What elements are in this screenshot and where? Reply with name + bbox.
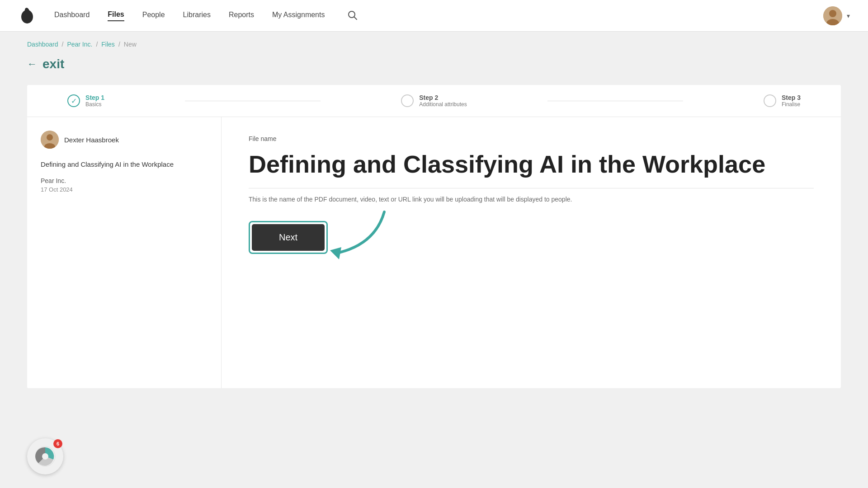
breadcrumb-files[interactable]: Files bbox=[101, 41, 115, 48]
step-1: ✓ Step 1 Basics bbox=[67, 94, 104, 108]
next-button[interactable]: Next bbox=[252, 224, 325, 251]
sidebar-avatar bbox=[41, 131, 59, 149]
field-label: File name bbox=[249, 135, 814, 142]
step-2-subtitle: Additional attributes bbox=[419, 101, 467, 108]
sidebar-org: Pear Inc. bbox=[41, 177, 208, 184]
svg-line-3 bbox=[354, 17, 357, 19]
breadcrumb-dashboard[interactable]: Dashboard bbox=[27, 41, 58, 48]
step-2-circle bbox=[401, 94, 414, 107]
sidebar-file-title: Defining and Classifying AI in the Workp… bbox=[41, 160, 208, 170]
field-hint: This is the name of the PDF document, vi… bbox=[249, 196, 814, 203]
back-arrow-icon[interactable]: ← bbox=[27, 58, 37, 70]
stepper-divider-2 bbox=[547, 101, 683, 101]
nav-dashboard[interactable]: Dashboard bbox=[54, 11, 90, 21]
chevron-down-icon[interactable]: ▾ bbox=[847, 12, 850, 19]
step-1-title: Step 1 bbox=[85, 94, 104, 101]
breadcrumb: Dashboard / Pear Inc. / Files / New bbox=[27, 41, 841, 48]
step-2-text: Step 2 Additional attributes bbox=[419, 94, 467, 108]
notification-icon bbox=[34, 445, 57, 468]
notification-bubble[interactable]: 6 bbox=[27, 438, 63, 474]
stepper-divider-1 bbox=[185, 101, 321, 101]
nav-links: Dashboard Files People Libraries Reports… bbox=[54, 10, 823, 22]
nav-right: ▾ bbox=[823, 6, 850, 25]
stepper: ✓ Step 1 Basics Step 2 Additional attrib… bbox=[27, 85, 841, 117]
nav-reports[interactable]: Reports bbox=[229, 11, 254, 21]
search-icon[interactable] bbox=[347, 10, 357, 22]
field-divider bbox=[249, 188, 814, 188]
sidebar-username: Dexter Haasbroek bbox=[64, 136, 119, 144]
breadcrumb-org[interactable]: Pear Inc. bbox=[67, 41, 92, 48]
exit-label[interactable]: exit bbox=[42, 57, 64, 71]
exit-header: ← exit bbox=[27, 57, 841, 71]
breadcrumb-sep-2: / bbox=[96, 41, 98, 48]
next-button-wrapper: Next bbox=[249, 221, 328, 254]
page-wrapper: Dashboard / Pear Inc. / Files / New ← ex… bbox=[0, 32, 868, 488]
svg-point-5 bbox=[829, 10, 836, 17]
nav-libraries[interactable]: Libraries bbox=[183, 11, 211, 21]
sidebar-user: Dexter Haasbroek bbox=[41, 131, 208, 149]
breadcrumb-sep-1: / bbox=[62, 41, 64, 48]
app-logo[interactable] bbox=[18, 7, 36, 25]
step-3-circle bbox=[764, 94, 776, 107]
nav-my-assignments[interactable]: My Assignments bbox=[272, 11, 325, 21]
breadcrumb-current: New bbox=[124, 41, 137, 48]
right-content: File name Defining and Classifying AI in… bbox=[222, 117, 841, 388]
step-2: Step 2 Additional attributes bbox=[401, 94, 467, 108]
step-3-text: Step 3 Finalise bbox=[782, 94, 801, 108]
nav-files[interactable]: Files bbox=[108, 10, 124, 21]
content-area: Dexter Haasbroek Defining and Classifyin… bbox=[27, 117, 841, 388]
svg-marker-10 bbox=[330, 247, 341, 259]
nav-people[interactable]: People bbox=[142, 11, 165, 21]
breadcrumb-sep-3: / bbox=[118, 41, 120, 48]
step-2-title: Step 2 bbox=[419, 94, 467, 101]
svg-point-8 bbox=[47, 134, 53, 141]
topnav: Dashboard Files People Libraries Reports… bbox=[0, 0, 868, 32]
file-title-display: Defining and Classifying AI in the Workp… bbox=[249, 150, 814, 179]
svg-point-12 bbox=[42, 453, 48, 460]
step-3-subtitle: Finalise bbox=[782, 101, 801, 108]
step-1-subtitle: Basics bbox=[85, 101, 104, 108]
user-avatar[interactable] bbox=[823, 6, 842, 25]
sidebar-date: 17 Oct 2024 bbox=[41, 186, 208, 193]
step-1-text: Step 1 Basics bbox=[85, 94, 104, 108]
step-3-title: Step 3 bbox=[782, 94, 801, 101]
step-1-circle: ✓ bbox=[67, 94, 80, 107]
next-button-area: Next bbox=[249, 221, 328, 254]
left-sidebar: Dexter Haasbroek Defining and Classifyin… bbox=[27, 117, 222, 388]
notification-badge: 6 bbox=[53, 439, 62, 448]
step-3: Step 3 Finalise bbox=[764, 94, 801, 108]
